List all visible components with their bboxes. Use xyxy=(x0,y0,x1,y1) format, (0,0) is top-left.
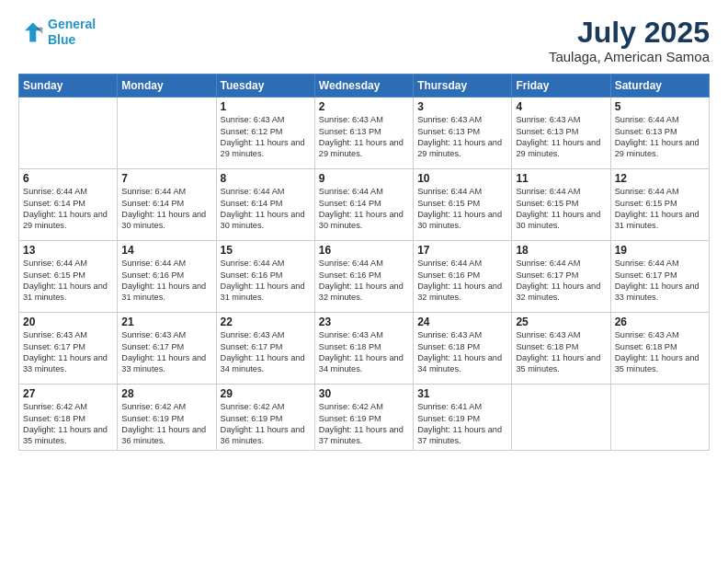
day-info: Sunrise: 6:44 AM Sunset: 6:17 PM Dayligh… xyxy=(615,258,705,304)
calendar-cell: 10Sunrise: 6:44 AM Sunset: 6:15 PM Dayli… xyxy=(414,169,512,241)
month-title: July 2025 xyxy=(549,17,710,49)
day-number: 20 xyxy=(23,316,113,328)
day-number: 28 xyxy=(121,387,211,400)
calendar-cell: 6Sunrise: 6:44 AM Sunset: 6:14 PM Daylig… xyxy=(19,169,118,241)
calendar-cell: 21Sunrise: 6:43 AM Sunset: 6:17 PM Dayli… xyxy=(118,313,216,385)
logo-icon xyxy=(18,19,44,45)
day-info: Sunrise: 6:44 AM Sunset: 6:16 PM Dayligh… xyxy=(319,258,409,304)
calendar-cell: 8Sunrise: 6:44 AM Sunset: 6:14 PM Daylig… xyxy=(216,169,314,241)
calendar-cell: 27Sunrise: 6:42 AM Sunset: 6:18 PM Dayli… xyxy=(19,385,118,451)
calendar-cell: 3Sunrise: 6:43 AM Sunset: 6:13 PM Daylig… xyxy=(414,98,512,169)
day-number: 11 xyxy=(516,172,606,185)
day-number: 1 xyxy=(221,100,311,113)
day-number: 23 xyxy=(319,316,409,328)
day-info: Sunrise: 6:44 AM Sunset: 6:15 PM Dayligh… xyxy=(417,186,507,232)
day-info: Sunrise: 6:42 AM Sunset: 6:19 PM Dayligh… xyxy=(221,401,311,447)
calendar-cell: 31Sunrise: 6:41 AM Sunset: 6:19 PM Dayli… xyxy=(414,385,512,451)
calendar-cell: 19Sunrise: 6:44 AM Sunset: 6:17 PM Dayli… xyxy=(610,241,709,313)
day-info: Sunrise: 6:42 AM Sunset: 6:19 PM Dayligh… xyxy=(121,401,211,447)
day-info: Sunrise: 6:41 AM Sunset: 6:19 PM Dayligh… xyxy=(417,401,507,447)
calendar-cell: 28Sunrise: 6:42 AM Sunset: 6:19 PM Dayli… xyxy=(118,385,216,451)
day-number: 15 xyxy=(221,244,311,257)
day-number: 12 xyxy=(615,172,705,185)
day-info: Sunrise: 6:43 AM Sunset: 6:13 PM Dayligh… xyxy=(516,114,606,160)
day-number: 19 xyxy=(615,244,705,257)
day-info: Sunrise: 6:43 AM Sunset: 6:17 PM Dayligh… xyxy=(23,329,113,375)
day-info: Sunrise: 6:44 AM Sunset: 6:14 PM Dayligh… xyxy=(221,186,311,232)
day-number: 7 xyxy=(121,172,211,185)
calendar-cell: 23Sunrise: 6:43 AM Sunset: 6:18 PM Dayli… xyxy=(314,313,413,385)
calendar-cell: 20Sunrise: 6:43 AM Sunset: 6:17 PM Dayli… xyxy=(19,313,118,385)
day-number: 27 xyxy=(23,387,113,400)
logo-text: General Blue xyxy=(48,17,96,48)
day-number: 9 xyxy=(319,172,409,185)
day-number: 2 xyxy=(319,100,409,113)
calendar-cell: 9Sunrise: 6:44 AM Sunset: 6:14 PM Daylig… xyxy=(314,169,413,241)
calendar-cell: 30Sunrise: 6:42 AM Sunset: 6:19 PM Dayli… xyxy=(314,385,413,451)
calendar-table: SundayMondayTuesdayWednesdayThursdayFrid… xyxy=(18,74,710,451)
calendar-cell: 15Sunrise: 6:44 AM Sunset: 6:16 PM Dayli… xyxy=(216,241,314,313)
day-number: 21 xyxy=(121,316,211,328)
header: General Blue July 2025 Taulaga, American… xyxy=(18,17,710,64)
day-number: 3 xyxy=(417,100,507,113)
title-block: July 2025 Taulaga, American Samoa xyxy=(549,17,710,64)
day-number: 6 xyxy=(23,172,113,185)
day-info: Sunrise: 6:44 AM Sunset: 6:17 PM Dayligh… xyxy=(516,258,606,304)
calendar-cell: 25Sunrise: 6:43 AM Sunset: 6:18 PM Dayli… xyxy=(512,313,610,385)
day-info: Sunrise: 6:44 AM Sunset: 6:15 PM Dayligh… xyxy=(23,258,113,304)
day-number: 26 xyxy=(615,316,705,328)
calendar-cell xyxy=(19,98,118,169)
page: General Blue July 2025 Taulaga, American… xyxy=(0,0,728,563)
day-number: 8 xyxy=(221,172,311,185)
day-info: Sunrise: 6:44 AM Sunset: 6:15 PM Dayligh… xyxy=(615,186,705,232)
day-info: Sunrise: 6:44 AM Sunset: 6:15 PM Dayligh… xyxy=(516,186,606,232)
weekday-header: Monday xyxy=(118,75,216,98)
day-info: Sunrise: 6:43 AM Sunset: 6:18 PM Dayligh… xyxy=(319,329,409,375)
calendar-cell: 24Sunrise: 6:43 AM Sunset: 6:18 PM Dayli… xyxy=(414,313,512,385)
svg-marker-0 xyxy=(25,22,41,41)
day-number: 13 xyxy=(23,244,113,257)
calendar-cell: 18Sunrise: 6:44 AM Sunset: 6:17 PM Dayli… xyxy=(512,241,610,313)
calendar-cell: 17Sunrise: 6:44 AM Sunset: 6:16 PM Dayli… xyxy=(414,241,512,313)
weekday-header: Saturday xyxy=(610,75,709,98)
day-info: Sunrise: 6:44 AM Sunset: 6:16 PM Dayligh… xyxy=(121,258,211,304)
calendar-cell: 14Sunrise: 6:44 AM Sunset: 6:16 PM Dayli… xyxy=(118,241,216,313)
day-number: 22 xyxy=(221,316,311,328)
day-number: 17 xyxy=(417,244,507,257)
day-number: 30 xyxy=(319,387,409,400)
logo-blue: Blue xyxy=(48,32,75,47)
calendar-cell: 29Sunrise: 6:42 AM Sunset: 6:19 PM Dayli… xyxy=(216,385,314,451)
day-info: Sunrise: 6:43 AM Sunset: 6:18 PM Dayligh… xyxy=(516,329,606,375)
day-number: 10 xyxy=(417,172,507,185)
calendar-cell: 4Sunrise: 6:43 AM Sunset: 6:13 PM Daylig… xyxy=(512,98,610,169)
calendar-cell: 5Sunrise: 6:44 AM Sunset: 6:13 PM Daylig… xyxy=(610,98,709,169)
day-info: Sunrise: 6:43 AM Sunset: 6:13 PM Dayligh… xyxy=(319,114,409,160)
day-number: 5 xyxy=(615,100,705,113)
day-number: 18 xyxy=(516,244,606,257)
day-info: Sunrise: 6:44 AM Sunset: 6:16 PM Dayligh… xyxy=(221,258,311,304)
weekday-header: Friday xyxy=(512,75,610,98)
day-info: Sunrise: 6:43 AM Sunset: 6:18 PM Dayligh… xyxy=(417,329,507,375)
day-number: 25 xyxy=(516,316,606,328)
logo-general: General xyxy=(48,17,96,31)
day-info: Sunrise: 6:44 AM Sunset: 6:14 PM Dayligh… xyxy=(121,186,211,232)
day-info: Sunrise: 6:43 AM Sunset: 6:18 PM Dayligh… xyxy=(615,329,705,375)
calendar-cell: 13Sunrise: 6:44 AM Sunset: 6:15 PM Dayli… xyxy=(19,241,118,313)
calendar-cell xyxy=(118,98,216,169)
day-info: Sunrise: 6:44 AM Sunset: 6:14 PM Dayligh… xyxy=(319,186,409,232)
day-number: 24 xyxy=(417,316,507,328)
calendar-cell: 22Sunrise: 6:43 AM Sunset: 6:17 PM Dayli… xyxy=(216,313,314,385)
day-info: Sunrise: 6:43 AM Sunset: 6:17 PM Dayligh… xyxy=(121,329,211,375)
calendar-cell: 1Sunrise: 6:43 AM Sunset: 6:12 PM Daylig… xyxy=(216,98,314,169)
logo: General Blue xyxy=(18,17,96,48)
weekday-header: Tuesday xyxy=(216,75,314,98)
weekday-header: Wednesday xyxy=(314,75,413,98)
calendar-cell: 12Sunrise: 6:44 AM Sunset: 6:15 PM Dayli… xyxy=(610,169,709,241)
location-subtitle: Taulaga, American Samoa xyxy=(549,49,710,64)
day-number: 4 xyxy=(516,100,606,113)
calendar-cell: 2Sunrise: 6:43 AM Sunset: 6:13 PM Daylig… xyxy=(314,98,413,169)
day-info: Sunrise: 6:42 AM Sunset: 6:18 PM Dayligh… xyxy=(23,401,113,447)
day-info: Sunrise: 6:43 AM Sunset: 6:13 PM Dayligh… xyxy=(417,114,507,160)
weekday-header: Sunday xyxy=(19,75,118,98)
day-number: 31 xyxy=(417,387,507,400)
